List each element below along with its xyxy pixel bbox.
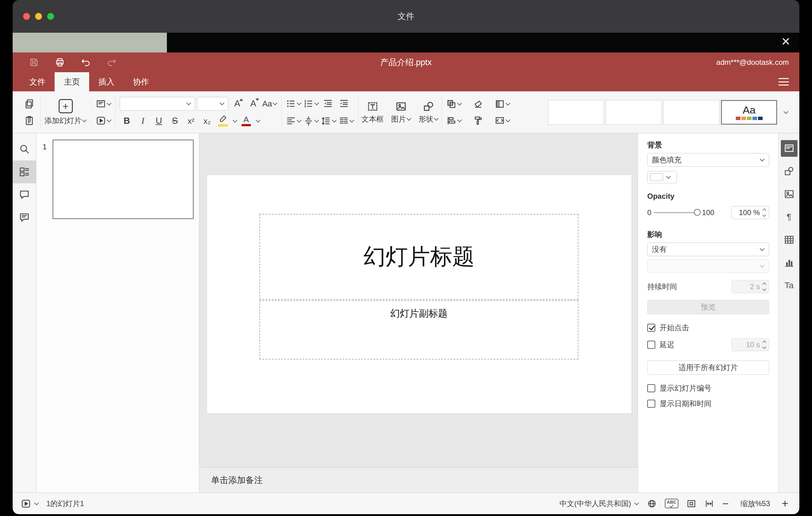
align-shape-button[interactable] bbox=[446, 114, 462, 128]
delay-checkbox[interactable] bbox=[647, 341, 655, 349]
effect-select[interactable]: 没有 bbox=[647, 242, 769, 256]
print-button[interactable] bbox=[54, 56, 66, 68]
fit-slide-icon[interactable] bbox=[687, 499, 696, 509]
save-button[interactable] bbox=[28, 56, 40, 68]
slide-settings-icon[interactable] bbox=[781, 140, 798, 157]
theme-slot-3[interactable] bbox=[663, 100, 720, 125]
slides-panel-icon[interactable] bbox=[13, 161, 36, 183]
image-settings-icon[interactable] bbox=[781, 186, 798, 202]
theme-gallery-more-button[interactable] bbox=[779, 100, 792, 125]
minimize-window-button[interactable] bbox=[35, 13, 42, 20]
tab-collaboration[interactable]: 协作 bbox=[124, 72, 158, 91]
horizontal-align-button[interactable] bbox=[286, 114, 301, 128]
subscript-button[interactable]: x₂ bbox=[200, 114, 214, 128]
font-size-combo[interactable] bbox=[197, 97, 228, 111]
copy-style-button[interactable] bbox=[471, 114, 485, 128]
opacity-slider-knob[interactable] bbox=[694, 209, 701, 216]
increase-font-size-button[interactable]: A bbox=[230, 96, 244, 111]
insert-image-button[interactable]: 图片 bbox=[388, 101, 414, 124]
zoom-window-button[interactable] bbox=[47, 13, 54, 20]
chart-settings-icon[interactable] bbox=[781, 254, 798, 271]
app-window: 文件 × 产品介绍.pptx adm***@dootask.com 文件 主页 … bbox=[13, 0, 799, 514]
notes-area[interactable]: 单击添加备注 bbox=[199, 467, 638, 492]
spellcheck-icon[interactable]: ABC bbox=[665, 499, 678, 509]
zoom-in-button[interactable]: + bbox=[782, 498, 788, 509]
theme-slot-2[interactable] bbox=[606, 100, 662, 125]
theme-slot-selected[interactable]: Aa bbox=[721, 100, 777, 125]
change-layout-button[interactable] bbox=[96, 97, 111, 111]
start-slideshow-status-button[interactable] bbox=[21, 498, 39, 509]
opacity-slider[interactable] bbox=[654, 212, 699, 213]
bold-button[interactable]: B bbox=[120, 114, 134, 128]
decrease-indent-button[interactable] bbox=[321, 96, 335, 111]
strikethrough-glyph: S bbox=[172, 116, 178, 125]
chevron-down-icon bbox=[314, 100, 319, 105]
opacity-spinner[interactable]: 100 % bbox=[731, 206, 769, 219]
columns-button[interactable] bbox=[339, 114, 354, 128]
fill-type-select[interactable]: 颜色填充 bbox=[647, 153, 769, 167]
opacity-slider-row: 0 100 100 % bbox=[647, 206, 769, 219]
start-slideshow-button[interactable] bbox=[96, 114, 111, 128]
tab-home[interactable]: 主页 bbox=[55, 72, 89, 91]
italic-button[interactable]: I bbox=[136, 114, 150, 128]
highlight-color-swatch bbox=[218, 124, 228, 126]
zoom-out-button[interactable]: − bbox=[722, 498, 729, 509]
vertical-align-button[interactable] bbox=[303, 114, 319, 128]
close-icon[interactable]: × bbox=[781, 34, 790, 49]
slide-thumbnail[interactable] bbox=[53, 140, 194, 219]
duration-row: 持续时间 2 s bbox=[647, 280, 769, 293]
paste-button[interactable] bbox=[22, 114, 36, 128]
arrange-shape-button[interactable] bbox=[446, 97, 462, 111]
increase-indent-button[interactable] bbox=[337, 96, 351, 111]
spinner-arrows-icon[interactable] bbox=[763, 209, 766, 216]
fill-color-select[interactable] bbox=[647, 171, 677, 183]
redo-button[interactable] bbox=[106, 56, 118, 68]
numbered-list-button[interactable] bbox=[303, 96, 319, 111]
insert-shape-button[interactable]: 形状 bbox=[415, 101, 442, 124]
tab-insert[interactable]: 插入 bbox=[89, 72, 124, 91]
table-settings-icon[interactable] bbox=[781, 231, 798, 248]
show-date-time-checkbox[interactable] bbox=[647, 400, 655, 408]
font-color-button[interactable]: A bbox=[239, 114, 253, 128]
slide-settings-panel: 背景 颜色填充 Opacity 0 100 100 % 影响 没有 持续时间 2… bbox=[638, 133, 778, 492]
title-placeholder[interactable]: 幻灯片标题 bbox=[259, 214, 578, 300]
language-selector[interactable]: 中文(中华人民共和国) bbox=[560, 499, 639, 509]
add-slide-button[interactable]: + 添加幻灯片 bbox=[41, 99, 90, 125]
slide-size-button[interactable] bbox=[495, 114, 510, 128]
font-color-glyph: A bbox=[243, 115, 249, 123]
strikethrough-button[interactable]: S bbox=[168, 114, 182, 128]
textart-settings-icon[interactable]: Ta bbox=[781, 277, 798, 294]
fit-width-icon[interactable] bbox=[704, 499, 714, 509]
color-scheme-button[interactable] bbox=[495, 97, 510, 111]
paragraph-settings-icon[interactable]: ¶ bbox=[781, 209, 798, 225]
subtitle-placeholder[interactable]: 幻灯片副标题 bbox=[259, 300, 578, 360]
search-icon[interactable] bbox=[13, 138, 36, 161]
tab-file[interactable]: 文件 bbox=[20, 72, 55, 91]
bullet-list-button[interactable] bbox=[286, 96, 301, 111]
chat-icon[interactable] bbox=[13, 206, 36, 229]
superscript-button[interactable]: x² bbox=[184, 114, 198, 128]
clear-style-button[interactable] bbox=[471, 97, 485, 111]
copy-button[interactable] bbox=[22, 97, 36, 111]
slide-surface[interactable]: 幻灯片标题 幻灯片副标题 bbox=[207, 175, 632, 413]
underline-button[interactable]: U bbox=[152, 114, 166, 128]
insert-textbox-button[interactable]: 文本框 bbox=[358, 101, 387, 124]
chevron-down-icon bbox=[256, 118, 261, 122]
shape-label: 形状 bbox=[419, 114, 433, 124]
show-slide-number-checkbox[interactable] bbox=[647, 384, 655, 392]
theme-slot-1[interactable] bbox=[548, 100, 604, 125]
apply-to-all-slides-button[interactable]: 适用于所有幻灯片 bbox=[647, 361, 769, 375]
font-name-combo[interactable] bbox=[120, 97, 195, 111]
textbox-icon bbox=[367, 101, 379, 112]
close-window-button[interactable] bbox=[23, 13, 30, 20]
shape-settings-icon[interactable] bbox=[781, 163, 798, 180]
highlight-color-button[interactable] bbox=[216, 114, 230, 128]
undo-button[interactable] bbox=[80, 56, 92, 68]
menu-icon[interactable] bbox=[778, 78, 789, 85]
decrease-font-size-button[interactable]: A bbox=[246, 96, 260, 111]
document-language-icon[interactable] bbox=[647, 499, 657, 509]
comments-icon[interactable] bbox=[13, 183, 36, 206]
change-case-button[interactable]: Aa bbox=[262, 96, 277, 111]
start-on-click-checkbox[interactable] bbox=[647, 324, 655, 332]
line-spacing-button[interactable] bbox=[321, 114, 337, 128]
